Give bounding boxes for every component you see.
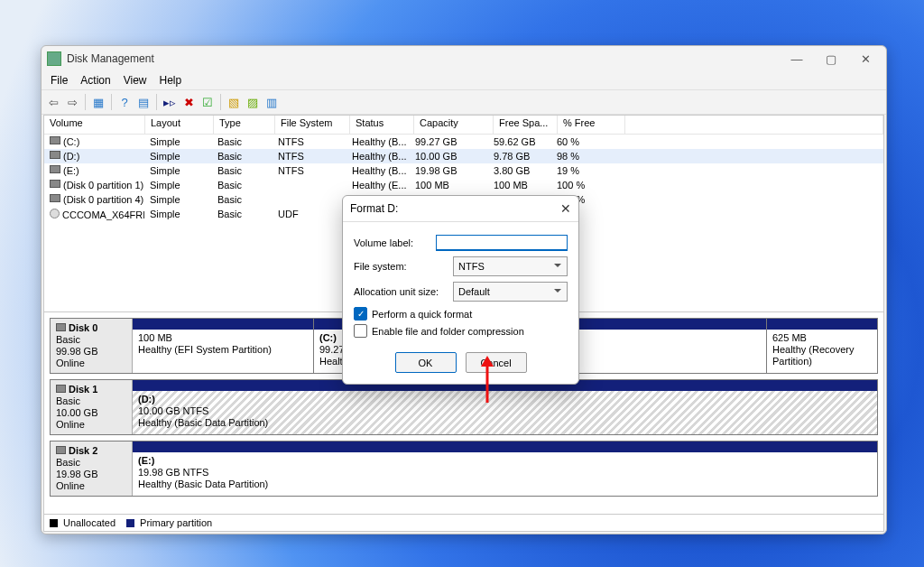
volume-row[interactable]: (Disk 0 partition 1)SimpleBasicHealthy (… [44,178,883,192]
disk-info[interactable]: Disk 2Basic19.98 GBOnline [51,442,133,496]
col-header[interactable]: % Free [558,116,625,134]
format-dialog: Format D: ✕ Volume label: File system: N… [342,195,579,385]
forward-icon[interactable]: ⇨ [64,94,80,110]
volume-label-input[interactable] [436,235,568,251]
col-header[interactable]: Free Spa... [494,116,558,134]
checkbox-on-icon: ✓ [354,307,367,321]
disk-row: Disk 1Basic10.00 GBOnline(D:)10.00 GB NT… [50,379,878,435]
volume-row[interactable]: (E:)SimpleBasicNTFSHealthy (B...19.98 GB… [44,163,883,178]
window-title: Disk Management [67,52,780,65]
disk-info[interactable]: Disk 0Basic99.98 GBOnline [51,319,133,373]
compression-checkbox[interactable]: Enable file and folder compression [354,324,568,338]
dialog-titlebar[interactable]: Format D: ✕ [343,196,578,222]
col-header[interactable]: Status [350,116,414,134]
partition[interactable]: 625 MBHealthy (Recovery Partition) [767,319,877,373]
app-icon [47,51,61,66]
maximize-button[interactable]: ▢ [814,48,848,70]
delete-icon[interactable]: ✖ [180,94,197,110]
ok-button[interactable]: OK [395,352,457,373]
action-icon[interactable]: ▸▹ [162,94,178,110]
cancel-button[interactable]: Cancel [466,352,527,373]
menu-action[interactable]: Action [75,72,116,88]
partition[interactable]: (E:)19.98 GB NTFSHealthy (Basic Data Par… [133,442,877,496]
disk-info[interactable]: Disk 1Basic10.00 GBOnline [51,380,133,434]
dialog-close-icon[interactable]: ✕ [560,201,571,216]
wiz2-icon[interactable]: ▨ [245,94,261,110]
alloc-unit-select[interactable]: Default [453,282,568,302]
props-icon[interactable]: ▥ [263,94,280,110]
col-header[interactable]: File System [275,116,350,134]
menubar: FileActionViewHelp [42,71,886,89]
wiz1-icon[interactable]: ▧ [226,94,242,110]
quick-format-checkbox[interactable]: ✓ Perform a quick format [354,307,568,321]
legend: Unallocated Primary partition [44,514,883,531]
menu-help[interactable]: Help [154,72,188,88]
label-alloc-unit: Allocation unit size: [354,286,453,297]
menu-file[interactable]: File [45,72,73,88]
checkbox-off-icon [354,324,367,338]
legend-primary: Primary partition [140,517,212,528]
volume-header[interactable]: VolumeLayoutTypeFile SystemStatusCapacit… [44,116,883,135]
minimize-button[interactable]: — [780,48,814,70]
show-hide-icon[interactable]: ▦ [90,94,106,110]
refresh-icon[interactable]: ▤ [135,94,152,110]
toolbar: ⇦ ⇨ ▦ ? ▤ ▸▹ ✖ ☑ ▧ ▨ ▥ [42,89,886,115]
dialog-title: Format D: [350,202,398,215]
label-volume: Volume label: [354,237,436,248]
close-button[interactable]: ✕ [848,48,882,70]
volume-row[interactable]: (C:)SimpleBasicNTFSHealthy (B...99.27 GB… [44,135,883,149]
menu-view[interactable]: View [118,72,152,88]
col-header[interactable]: Type [214,116,275,134]
partition[interactable]: (D:)10.00 GB NTFSHealthy (Basic Data Par… [133,380,877,434]
col-header[interactable]: Capacity [414,116,494,134]
filesystem-select[interactable]: NTFS [453,256,568,276]
label-filesystem: File system: [354,261,453,272]
check-icon[interactable]: ☑ [199,94,216,110]
partition[interactable]: 100 MBHealthy (EFI System Partition) [133,319,314,373]
legend-unallocated: Unallocated [63,517,116,528]
volume-row[interactable]: (D:)SimpleBasicNTFSHealthy (B...10.00 GB… [44,149,883,163]
back-icon[interactable]: ⇦ [45,94,61,110]
disk-row: Disk 2Basic19.98 GBOnline(E:)19.98 GB NT… [50,441,878,497]
col-header[interactable]: Layout [145,116,214,134]
help-icon[interactable]: ? [116,94,133,110]
col-header[interactable]: Volume [44,116,145,134]
titlebar[interactable]: Disk Management — ▢ ✕ [42,46,886,71]
